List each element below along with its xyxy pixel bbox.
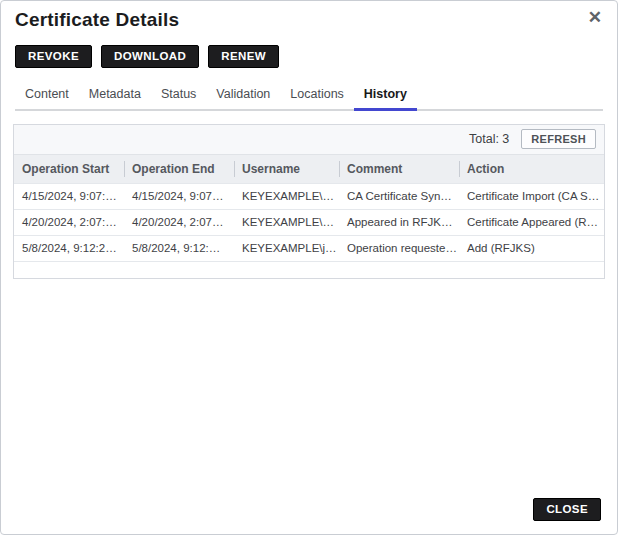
table-cell: 4/20/2024, 2:07… (124, 210, 234, 235)
table-cell: KEYEXAMPLE\… (234, 210, 339, 235)
column-header: Comment (339, 155, 459, 183)
table-row[interactable]: 4/15/2024, 9:07:…4/15/2024, 9:07…KEYEXAM… (14, 183, 604, 209)
close-button[interactable]: CLOSE (533, 498, 601, 521)
dialog-footer: CLOSE (533, 498, 601, 521)
table-cell: Appeared in RFJK… (339, 210, 459, 235)
table-body: 4/15/2024, 9:07:…4/15/2024, 9:07…KEYEXAM… (14, 183, 604, 261)
tab-bar: ContentMetadataStatusValidationLocations… (15, 82, 603, 111)
table-cell: Certificate Appeared (R… (459, 210, 604, 235)
tab-validation[interactable]: Validation (206, 82, 280, 111)
certificate-details-dialog: Certificate Details ✕ REVOKE DOWNLOAD RE… (0, 0, 618, 535)
table-cell: Certificate Import (CA S… (459, 184, 604, 209)
close-icon[interactable]: ✕ (586, 7, 604, 28)
table-cell: 4/15/2024, 9:07:… (14, 184, 124, 209)
table-cell: 5/8/2024, 9:12:… (124, 236, 234, 261)
table-row[interactable]: 5/8/2024, 9:12:2…5/8/2024, 9:12:…KEYEXAM… (14, 235, 604, 261)
table-cell: CA Certificate Syn… (339, 184, 459, 209)
tab-status[interactable]: Status (151, 82, 206, 111)
table-cell: 4/20/2024, 2:07:… (14, 210, 124, 235)
tab-locations[interactable]: Locations (280, 82, 354, 111)
table-header-row: Operation StartOperation EndUsernameComm… (14, 155, 604, 183)
table-row[interactable]: 4/20/2024, 2:07:…4/20/2024, 2:07…KEYEXAM… (14, 209, 604, 235)
table-cell: 5/8/2024, 9:12:2… (14, 236, 124, 261)
download-button[interactable]: DOWNLOAD (101, 45, 199, 68)
renew-button[interactable]: RENEW (208, 45, 279, 68)
page-title: Certificate Details (15, 9, 179, 30)
column-header: Action (459, 155, 604, 183)
table-empty-row (14, 261, 604, 278)
column-header: Username (234, 155, 339, 183)
column-header: Operation Start (14, 155, 124, 183)
revoke-button[interactable]: REVOKE (15, 45, 92, 68)
table-cell: Add (RFJKS) (459, 236, 604, 261)
tab-history[interactable]: History (354, 82, 417, 111)
refresh-button[interactable]: REFRESH (521, 129, 596, 149)
total-count: Total: 3 (469, 132, 509, 146)
table-cell: Operation requeste… (339, 236, 459, 261)
tab-metadata[interactable]: Metadata (79, 82, 151, 111)
tab-content[interactable]: Content (15, 82, 79, 111)
table-cell: KEYEXAMPLE\… (234, 184, 339, 209)
dialog-header: Certificate Details ✕ (1, 1, 617, 31)
table-toolbar: Total: 3 REFRESH (14, 125, 604, 155)
action-button-row: REVOKE DOWNLOAD RENEW (15, 45, 603, 68)
column-header: Operation End (124, 155, 234, 183)
history-table: Total: 3 REFRESH Operation StartOperatio… (13, 124, 605, 279)
table-cell: 4/15/2024, 9:07… (124, 184, 234, 209)
table-cell: KEYEXAMPLE\j… (234, 236, 339, 261)
